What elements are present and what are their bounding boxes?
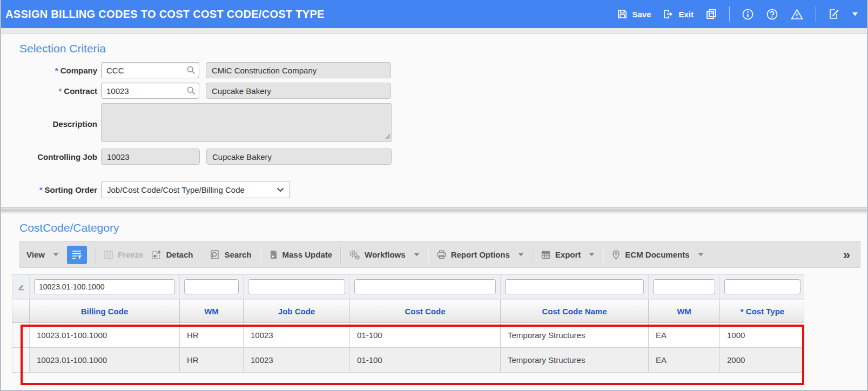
export-button[interactable]: Export xyxy=(541,250,595,260)
help-button[interactable] xyxy=(766,8,778,21)
contract-search-trigger[interactable] xyxy=(186,86,196,98)
export-label: Export xyxy=(555,250,581,259)
filter-input-wm2[interactable] xyxy=(653,279,715,294)
table-row[interactable]: 10023.01-100.1000 HR 10023 01-100 Tempor… xyxy=(12,323,804,348)
column-header-billing-code[interactable]: Billing Code xyxy=(30,300,180,322)
filter-input-job-code[interactable] xyxy=(248,279,345,294)
filter-input-billing-code[interactable] xyxy=(34,279,175,294)
query-by-example-button[interactable] xyxy=(67,246,87,264)
chevron-down-icon xyxy=(277,187,284,192)
column-header-wm2[interactable]: WM xyxy=(649,300,720,322)
freeze-icon xyxy=(104,250,113,260)
cell-job-code[interactable]: 10023 xyxy=(244,348,350,372)
ecm-documents-label: ECM Documents xyxy=(625,250,689,259)
chevron-down-icon xyxy=(53,253,59,257)
export-table-icon xyxy=(541,250,551,260)
description-row: Description xyxy=(12,103,867,144)
toolbar-separator xyxy=(532,247,533,263)
selection-criteria-panel: Selection Criteria *Company CMiC Constru… xyxy=(1,33,867,207)
row-gutter[interactable] xyxy=(12,323,30,347)
column-header-wm[interactable]: WM xyxy=(180,300,244,322)
search-page-icon xyxy=(210,250,220,260)
grid-toolbar: View Freeze xyxy=(19,241,860,268)
contract-input[interactable] xyxy=(101,83,199,99)
controlling-job-display: 10023 xyxy=(101,149,200,165)
title-bar-separator xyxy=(816,6,816,22)
table-row[interactable]: 10023.01-100.1000 HR 10023 01-100 Tempor… xyxy=(12,348,804,373)
filter-input-wm[interactable] xyxy=(184,279,239,294)
cell-job-code[interactable]: 10023 xyxy=(244,323,350,347)
cell-cost-code[interactable]: 01-100 xyxy=(350,323,501,347)
filter-input-cost-code[interactable] xyxy=(354,279,496,294)
duplicate-window-button[interactable] xyxy=(705,8,717,20)
cell-billing-code[interactable]: 10023.01-100.1000 xyxy=(30,348,180,372)
company-input[interactable] xyxy=(101,62,199,78)
company-lov xyxy=(101,62,199,78)
detach-button[interactable]: Detach xyxy=(151,250,193,260)
freeze-button[interactable]: Freeze xyxy=(104,250,144,260)
cell-billing-code[interactable]: 10023.01-100.1000 xyxy=(30,323,180,347)
toolbar-separator xyxy=(201,247,201,263)
contract-label: *Contract xyxy=(12,86,97,96)
column-header-cost-type[interactable]: * Cost Type xyxy=(720,300,805,322)
save-label: Save xyxy=(632,10,651,19)
toolbar-separator xyxy=(95,247,96,263)
toolbar-separator xyxy=(428,247,428,263)
sorting-order-value: Job/Cost Code/Cost Type/Billing Code xyxy=(107,185,245,194)
view-menu-button[interactable]: View xyxy=(26,250,59,259)
toolbar-overflow-button[interactable]: » xyxy=(843,250,853,260)
title-bar-menu-caret[interactable] xyxy=(852,12,858,16)
filter-input-cost-type[interactable] xyxy=(724,279,800,294)
toolbar-separator xyxy=(603,247,603,263)
application-window: ASSIGN BILLING CODES TO COST COST CODE/C… xyxy=(0,0,868,391)
chevron-down-icon xyxy=(852,12,858,16)
filter-input-cost-code-name[interactable] xyxy=(505,279,644,294)
cell-wm2[interactable]: EA xyxy=(649,323,720,347)
page-gap xyxy=(1,28,867,33)
warnings-button[interactable] xyxy=(790,8,804,21)
cell-cost-code-name[interactable]: Temporary Structures xyxy=(501,348,649,372)
header-gutter xyxy=(12,300,30,322)
cell-cost-code-name[interactable]: Temporary Structures xyxy=(501,323,649,347)
info-button[interactable] xyxy=(742,8,754,21)
title-bar-actions: Save Exit xyxy=(617,6,858,22)
controlling-job-row: Controlling Job 10023 Cupcake Bakery xyxy=(12,149,867,165)
company-search-trigger[interactable] xyxy=(186,65,196,77)
chevron-down-icon xyxy=(698,253,704,257)
save-button[interactable]: Save xyxy=(617,9,651,19)
sorting-order-label: *Sorting Order xyxy=(12,185,97,194)
cell-wm2[interactable]: EA xyxy=(649,348,720,372)
chevron-down-icon xyxy=(518,253,524,257)
exit-button[interactable]: Exit xyxy=(663,9,694,19)
cell-wm[interactable]: HR xyxy=(180,348,244,372)
company-row: *Company CMiC Construction Company xyxy=(12,62,867,78)
exit-icon xyxy=(663,9,674,19)
ecm-pin-icon xyxy=(611,250,621,260)
cell-wm[interactable]: HR xyxy=(180,323,244,347)
sorting-order-select[interactable]: Job/Cost Code/Cost Type/Billing Code xyxy=(101,181,290,198)
description-textarea xyxy=(101,103,392,142)
column-header-job-code[interactable]: Job Code xyxy=(244,300,350,322)
workflows-label: Workflows xyxy=(365,250,406,259)
cell-cost-type[interactable]: 1000 xyxy=(720,323,805,347)
mass-update-button[interactable]: Mass Update xyxy=(268,250,333,260)
edit-mode-button[interactable] xyxy=(828,8,840,20)
workflows-button[interactable]: Workflows xyxy=(349,250,420,260)
row-gutter[interactable] xyxy=(12,348,30,372)
title-bar: ASSIGN BILLING CODES TO COST COST CODE/C… xyxy=(1,0,867,28)
chevron-down-icon xyxy=(414,253,420,257)
warning-icon xyxy=(790,8,804,21)
search-button[interactable]: Search xyxy=(210,250,251,260)
description-label: Description xyxy=(12,119,97,129)
cell-cost-code[interactable]: 01-100 xyxy=(350,348,501,372)
column-header-cost-code[interactable]: Cost Code xyxy=(350,300,501,322)
filter-cell-job-code xyxy=(244,275,350,299)
cell-cost-type[interactable]: 2000 xyxy=(720,348,805,372)
panel-splitter[interactable] xyxy=(1,207,867,213)
report-options-label: Report Options xyxy=(451,250,510,259)
column-header-cost-code-name[interactable]: Cost Code Name xyxy=(501,300,649,322)
sorting-order-row: *Sorting Order Job/Cost Code/Cost Type/B… xyxy=(12,181,867,198)
report-options-button[interactable]: Report Options xyxy=(436,250,524,260)
filter-gutter[interactable] xyxy=(12,275,30,299)
ecm-documents-button[interactable]: ECM Documents xyxy=(611,250,703,260)
